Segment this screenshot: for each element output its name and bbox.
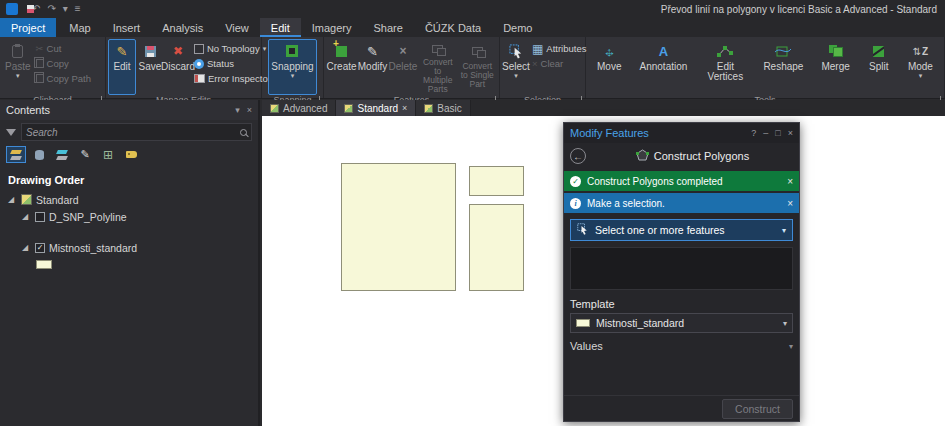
layer-checkbox-checked[interactable]: ✓ — [35, 243, 45, 253]
tab-close-icon[interactable]: × — [402, 103, 407, 113]
search-input[interactable] — [26, 127, 236, 138]
attributes-button[interactable]: ▦ Attributes — [530, 41, 588, 56]
cut-button[interactable]: ✂ Cut — [34, 41, 93, 56]
values-collapse-icon[interactable]: ▾ — [789, 342, 793, 351]
tab-insert[interactable]: Insert — [102, 18, 152, 37]
tab-analysis[interactable]: Analysis — [151, 18, 214, 37]
group-snapping: Snapping ▾ Snapping — [262, 37, 324, 98]
move-icon: ↔↕ — [602, 42, 617, 60]
success-message-text: Construct Polygons completed — [587, 176, 723, 187]
tab-share[interactable]: Share — [363, 18, 414, 37]
contents-search-row — [0, 120, 258, 143]
group-selection: Select ▾ ▦ Attributes × Clear Selection — [500, 37, 586, 98]
convert-multiple-button[interactable]: Convert to Multiple Parts — [418, 39, 458, 95]
map-tree-item[interactable]: ◢ Standard — [0, 191, 258, 208]
snapping-button[interactable]: Snapping ▾ — [268, 39, 316, 95]
construct-button[interactable]: Construct — [722, 399, 793, 419]
list-by-drawing-order-icon[interactable] — [6, 146, 26, 163]
tab-cuzk-data[interactable]: ČÚZK Data — [414, 18, 492, 37]
tab-view[interactable]: View — [214, 18, 260, 37]
menu-icon[interactable]: ≡ — [75, 4, 81, 14]
list-by-snapping-icon[interactable]: ⊞ — [98, 146, 118, 163]
merge-button[interactable]: Merge — [818, 39, 852, 95]
info-message-bar: i Make a selection. × — [564, 193, 799, 213]
panel-close-icon[interactable]: × — [247, 105, 252, 115]
layer-item-polyline[interactable]: ◢ D_SNP_Polyline — [0, 208, 258, 225]
expand-caret-icon[interactable]: ◢ — [22, 243, 31, 252]
map-tab-advanced[interactable]: Advanced — [262, 100, 336, 116]
selection-method-dropdown[interactable]: Select one or more features ▾ — [570, 219, 793, 241]
back-button[interactable]: ← — [570, 148, 586, 164]
success-close-icon[interactable]: × — [787, 176, 793, 187]
delete-icon: × — [399, 42, 406, 60]
tab-edit[interactable]: Edit — [260, 18, 301, 37]
copy-path-button[interactable]: Copy Path — [34, 71, 93, 86]
edit-toggle-button[interactable]: ✎ Edit — [108, 39, 136, 95]
filter-funnel-icon[interactable] — [6, 129, 16, 136]
paste-button[interactable]: Paste ▾ — [2, 39, 34, 95]
reshape-button[interactable]: Reshape — [760, 39, 806, 95]
map-tab-standard[interactable]: Standard × — [336, 100, 416, 116]
info-close-icon[interactable]: × — [787, 198, 793, 209]
minimize-icon[interactable]: – — [763, 128, 768, 138]
expand-caret-icon[interactable]: ◢ — [22, 212, 31, 221]
layer-label: D_SNP_Polyline — [49, 211, 127, 223]
error-inspector-button[interactable]: Error Inspector — [192, 71, 273, 86]
mode-button[interactable]: ⇅Z Mode ▾ — [905, 39, 936, 95]
polygon-feature-top-right[interactable] — [469, 166, 524, 196]
tab-project[interactable]: Project — [0, 18, 56, 37]
polygon-feature-bottom-right[interactable] — [469, 204, 524, 291]
template-label: Template — [564, 290, 799, 313]
app-logo-icon — [6, 3, 18, 15]
ribbon: Paste ▾ ✂ Cut Copy Copy Path Clipboard — [0, 37, 945, 99]
layer-symbol-swatch[interactable] — [36, 260, 52, 269]
layer-item-mistnosti[interactable]: ◢ ✓ Mistnosti_standard — [0, 239, 258, 256]
search-box — [21, 123, 252, 141]
edit-vertices-button[interactable]: Edit Vertices — [702, 39, 748, 95]
window-title: Převod linií na polygony v licenci Basic… — [661, 4, 939, 15]
list-by-editing-icon[interactable]: ✎ — [75, 146, 95, 163]
tab-demo[interactable]: Demo — [492, 18, 543, 37]
discard-edits-button[interactable]: ✖ Discard — [164, 39, 192, 95]
modify-panel-title: Modify Features — [570, 127, 649, 139]
annotation-button[interactable]: A Annotation — [637, 39, 691, 95]
redo-icon[interactable]: ↷ — [47, 4, 55, 14]
tab-map[interactable]: Map — [58, 18, 101, 37]
topology-dropdown[interactable]: No Topology ▾ — [192, 41, 273, 56]
paste-icon — [12, 42, 23, 60]
panel-menu-icon[interactable]: ▾ — [235, 105, 240, 115]
qat-customize-icon[interactable]: ▾ — [63, 4, 68, 14]
info-message-text: Make a selection. — [587, 198, 665, 209]
values-section-header[interactable]: Values ▾ — [564, 333, 799, 354]
delete-button[interactable]: × Delete — [388, 39, 418, 95]
save-edits-button[interactable]: Save — [136, 39, 164, 95]
modify-button[interactable]: ✎ Modify — [357, 39, 388, 95]
split-button[interactable]: Split — [865, 39, 893, 95]
copy-button[interactable]: Copy — [34, 56, 93, 71]
group-manage-edits: ✎ Edit Save ✖ Discard No Topology ▾ St — [106, 37, 262, 98]
edit-vertices-icon — [717, 42, 733, 60]
tab-imagery[interactable]: Imagery — [301, 18, 363, 37]
selection-list-area[interactable] — [570, 247, 793, 290]
convert-single-button[interactable]: Convert to Single Part — [458, 39, 498, 95]
map-tab-basic[interactable]: Basic — [416, 100, 470, 116]
status-button[interactable]: Status — [192, 56, 273, 71]
clear-button[interactable]: × Clear — [530, 56, 588, 71]
float-icon[interactable]: □ — [775, 128, 780, 138]
expand-caret-icon[interactable]: ◢ — [8, 195, 17, 204]
polygon-feature-large[interactable] — [341, 163, 456, 291]
copy-icon — [36, 59, 44, 68]
close-icon[interactable]: × — [788, 128, 793, 138]
select-button[interactable]: Select ▾ — [502, 39, 530, 95]
template-dropdown[interactable]: Mistnosti_standard ▾ — [570, 313, 793, 333]
select-caret-icon: ▾ — [514, 72, 518, 79]
list-by-labeling-icon[interactable] — [121, 146, 141, 163]
create-button[interactable]: Create — [326, 39, 357, 95]
help-icon[interactable]: ? — [751, 128, 756, 138]
dropdown-caret-icon: ▾ — [782, 227, 786, 234]
list-by-data-source-icon[interactable] — [29, 146, 49, 163]
layer-checkbox-unchecked[interactable] — [35, 212, 45, 222]
move-button[interactable]: ↔↕ Move — [594, 39, 624, 95]
list-by-selection-icon[interactable] — [52, 146, 72, 163]
contents-view-tabs: ✎ ⊞ — [0, 143, 258, 167]
